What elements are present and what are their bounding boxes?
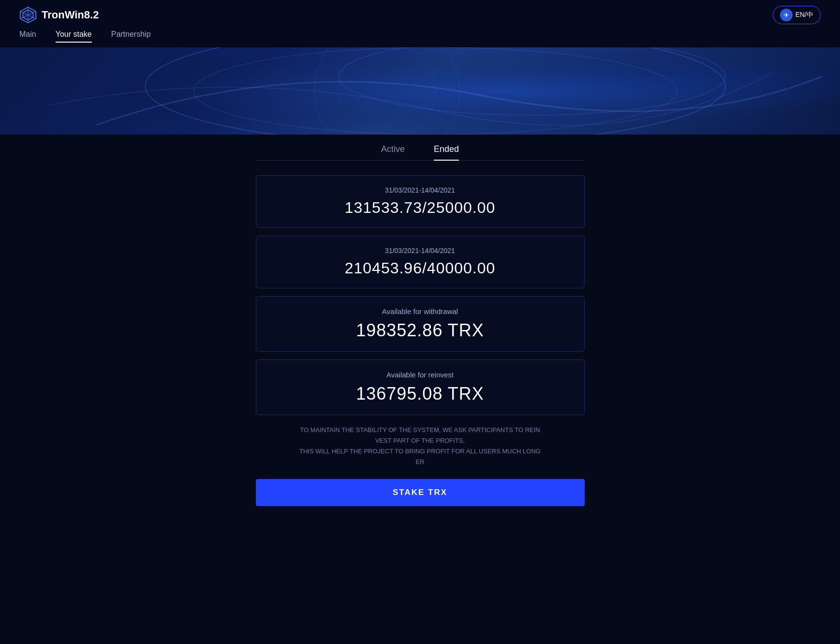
reinvest-label: Available for reinvest [271, 371, 570, 379]
reinvest-value: 136795.08 TRX [271, 384, 570, 404]
withdrawal-card: Available for withdrawal 198352.86 TRX [256, 296, 585, 352]
stake-trx-button[interactable]: STAKE TRX [256, 479, 585, 506]
disclaimer-text: TO MAINTAIN THE STABILITY OF THE SYSTEM,… [256, 425, 585, 467]
nav-item-partnership[interactable]: Partnership [111, 30, 151, 43]
header: TronWin8.2 ✈ EN/中 [0, 0, 840, 30]
withdrawal-label: Available for withdrawal [271, 307, 570, 315]
hero-swirl-decoration [0, 47, 840, 135]
svg-rect-5 [0, 47, 840, 135]
telegram-icon: ✈ [780, 9, 793, 21]
nav: Main Your stake Partnership [0, 30, 840, 47]
logo-text: TronWin8.2 [42, 9, 99, 21]
stake-1-date: 31/03/2021-14/04/2021 [271, 186, 570, 194]
withdrawal-value: 198352.86 TRX [271, 320, 570, 341]
stake-1-value: 131533.73/25000.00 [271, 199, 570, 217]
stake-2-value: 210453.96/40000.00 [271, 259, 570, 277]
logo-icon [19, 6, 37, 24]
reinvest-card: Available for reinvest 136795.08 TRX [256, 359, 585, 415]
logo-area: TronWin8.2 [19, 6, 99, 24]
language-button[interactable]: ✈ EN/中 [773, 6, 821, 24]
tab-active[interactable]: Active [381, 144, 405, 160]
tab-ended[interactable]: Ended [434, 144, 459, 160]
language-label: EN/中 [796, 11, 813, 19]
stake-2-date: 31/03/2021-14/04/2021 [271, 247, 570, 255]
stake-card-2: 31/03/2021-14/04/2021 210453.96/40000.00 [256, 236, 585, 288]
tabs-container: Active Ended [256, 144, 585, 161]
hero-banner [0, 47, 840, 135]
stake-card-1: 31/03/2021-14/04/2021 131533.73/25000.00 [256, 175, 585, 228]
main-content: Active Ended 31/03/2021-14/04/2021 13153… [246, 135, 594, 535]
nav-item-your-stake[interactable]: Your stake [56, 30, 92, 43]
nav-item-main[interactable]: Main [19, 30, 36, 43]
